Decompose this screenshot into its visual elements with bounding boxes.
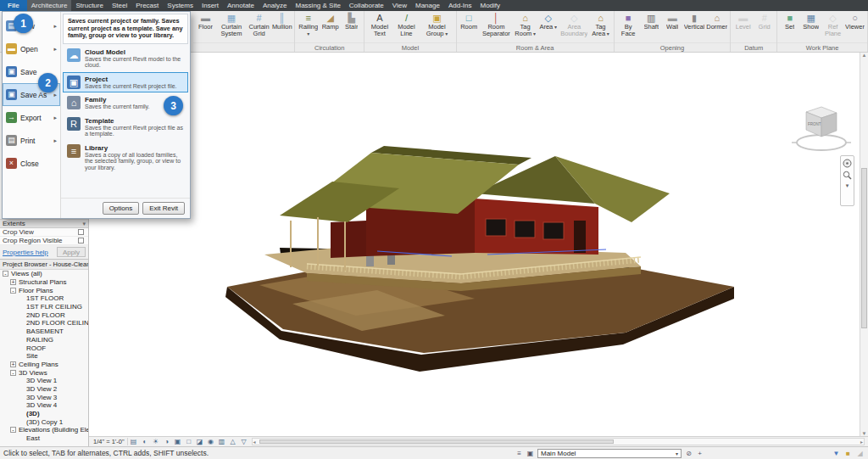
- tool-model-line[interactable]: /Model Line: [393, 12, 420, 42]
- tree-item-2nd-floor[interactable]: 2ND FLOOR: [0, 311, 88, 319]
- tree-item-structural-plans[interactable]: +Structural Plans: [0, 278, 88, 287]
- tab-massing-site[interactable]: Massing & Site: [291, 0, 344, 11]
- save-as-option-project[interactable]: ▣ProjectSaves the current Revit project …: [63, 72, 188, 93]
- view-scale[interactable]: 1/4" = 1'-0": [91, 438, 128, 445]
- tool-area-boundary[interactable]: ◇Area Boundary: [559, 12, 589, 42]
- file-menu-item-export[interactable]: →Export▸: [3, 106, 60, 129]
- file-menu-item-close[interactable]: ×Close: [3, 152, 60, 175]
- tool-stair[interactable]: ▙Stair: [341, 12, 362, 42]
- tree-item-roof[interactable]: ROOF: [0, 344, 88, 352]
- main-model-dropdown[interactable]: Main Model ▾: [537, 449, 682, 458]
- tab-steel[interactable]: Steel: [108, 0, 131, 11]
- save-as-option-template[interactable]: RTemplateSaves the current Revit project…: [63, 114, 188, 141]
- scroll-up-icon[interactable]: ▲: [862, 53, 867, 58]
- tab-collaborate[interactable]: Collaborate: [345, 0, 388, 11]
- crop-view-icon[interactable]: ▣: [173, 438, 183, 446]
- tool-tag-area[interactable]: ⌂Tag Area ▾: [589, 12, 611, 42]
- sun-path-icon[interactable]: ☀: [151, 438, 161, 446]
- tab-view[interactable]: View: [388, 0, 411, 11]
- tree-item-floor-plans[interactable]: -Floor Plans: [0, 286, 88, 294]
- tool-viewer[interactable]: ○Viewer: [844, 12, 865, 42]
- tool-set[interactable]: ■Set: [779, 12, 800, 42]
- tree-item-east[interactable]: East: [0, 434, 88, 443]
- navigation-bar[interactable]: ▾: [840, 155, 854, 206]
- navigation-wheel-icon[interactable]: [843, 159, 852, 168]
- tab-annotate[interactable]: Annotate: [223, 0, 259, 11]
- apply-button[interactable]: Apply: [57, 247, 86, 257]
- selection-toggle-icon[interactable]: ■: [843, 449, 853, 458]
- tab-architecture[interactable]: Architecture: [27, 0, 72, 11]
- navbar-more-icon[interactable]: ▾: [846, 182, 849, 189]
- expand-icon[interactable]: +: [10, 279, 16, 285]
- tab-analyze[interactable]: Analyze: [259, 0, 291, 11]
- tree-item-1st-floor[interactable]: 1ST FLOOR: [0, 294, 88, 303]
- tree-item-elevations-building-eleva[interactable]: -Elevations (Building Eleva: [0, 426, 88, 434]
- tree-item-3d-view-1[interactable]: 3D View 1: [0, 377, 88, 385]
- worksets-icon[interactable]: ≡: [515, 449, 524, 458]
- tree-item-3d-copy-1[interactable]: (3D) Copy 1: [0, 417, 88, 426]
- tool-model-group[interactable]: ▣Model Group ▾: [420, 12, 453, 42]
- file-menu-item-print[interactable]: ▤Print▸: [3, 129, 60, 152]
- expand-icon[interactable]: +: [10, 361, 16, 367]
- temporary-view-properties-icon[interactable]: ▥: [217, 438, 227, 446]
- tree-item-3d-view-2[interactable]: 3D View 2: [0, 385, 88, 394]
- design-options-icon[interactable]: ▣: [526, 449, 535, 458]
- collapse-icon[interactable]: -: [10, 427, 16, 433]
- view-cube[interactable]: FRONT: [788, 98, 854, 161]
- collapse-icon[interactable]: -: [3, 271, 8, 277]
- options-button[interactable]: Options: [103, 202, 140, 215]
- visual-style-icon[interactable]: ◐: [140, 438, 150, 446]
- tree-item-1st-flr-ceiling[interactable]: 1ST FLR CEILING: [0, 303, 88, 311]
- press-drag-icon[interactable]: +: [695, 449, 704, 458]
- tree-item-2nd-floor-ceiling[interactable]: 2ND FLOOR CEILING: [0, 319, 88, 327]
- tree-item-3d-view-4[interactable]: 3D View 4: [0, 401, 88, 410]
- tool-tag-room[interactable]: ⌂Tag Room ▾: [513, 12, 537, 42]
- horizontal-scroll-thumb[interactable]: [259, 439, 614, 444]
- tool-curtain-system[interactable]: ▦Curtain System: [216, 12, 247, 42]
- tab-structure[interactable]: Structure: [71, 0, 107, 11]
- file-menu-item-open[interactable]: ▬Open▸: [3, 37, 60, 60]
- temporary-hide-isolate-icon[interactable]: ◪: [195, 438, 205, 446]
- scroll-left-icon[interactable]: ◂: [253, 439, 256, 445]
- scroll-right-icon[interactable]: ▸: [860, 439, 863, 445]
- filter-icon[interactable]: ▼: [832, 449, 841, 458]
- vertical-scroll-thumb[interactable]: [861, 168, 867, 329]
- vertical-scrollbar[interactable]: ▲ ▼: [860, 53, 868, 436]
- tool-room[interactable]: □Room: [459, 12, 480, 42]
- horizontal-scrollbar[interactable]: ◂ ▸: [252, 438, 865, 445]
- drawing-area[interactable]: FRONT ▾: [89, 53, 860, 436]
- property-row-crop-region-visible[interactable]: Crop Region Visible: [0, 237, 88, 245]
- resize-grip-icon[interactable]: ◢: [855, 449, 865, 458]
- reveal-constraints-icon[interactable]: ▽: [239, 438, 249, 446]
- collapse-icon[interactable]: -: [10, 288, 16, 294]
- save-as-option-library[interactable]: ≡LibrarySaves a copy of all loaded famil…: [63, 141, 188, 175]
- tab-add-ins[interactable]: Add-Ins: [444, 0, 476, 11]
- tool-room-separator[interactable]: │Room Separator: [480, 12, 513, 42]
- tree-item-basement[interactable]: BASEMENT: [0, 327, 88, 336]
- tree-item-views-all[interactable]: -Views (all): [0, 270, 88, 278]
- show-analytical-model-icon[interactable]: △: [228, 438, 238, 446]
- tab-precast[interactable]: Precast: [131, 0, 163, 11]
- tool-mullion[interactable]: ║Mullion: [271, 12, 292, 42]
- tool-show[interactable]: ▦Show: [800, 12, 821, 42]
- tool-floor[interactable]: ▬Floor: [195, 12, 216, 42]
- tool-by-face[interactable]: ■By Face: [616, 12, 641, 42]
- tool-dormer[interactable]: ⌂Dormer: [705, 12, 728, 42]
- tree-item-site[interactable]: Site: [0, 352, 88, 361]
- tool-shaft[interactable]: ▥Shaft: [641, 12, 662, 42]
- tree-item-3d[interactable]: (3D): [0, 410, 88, 418]
- tool-ramp[interactable]: ◢Ramp: [320, 12, 341, 42]
- tree-item-ceiling-plans[interactable]: +Ceiling Plans: [0, 361, 88, 369]
- tool-curtain-grid[interactable]: #Curtain Grid: [247, 12, 271, 42]
- detail-level-icon[interactable]: ▤: [129, 438, 139, 446]
- tree-item-railing[interactable]: RAILING: [0, 336, 88, 344]
- show-crop-region-icon[interactable]: □: [184, 438, 194, 446]
- tab-modify[interactable]: Modify: [476, 0, 504, 11]
- exclude-options-icon[interactable]: ⊘: [684, 449, 693, 458]
- property-row-crop-view[interactable]: Crop View: [0, 228, 88, 237]
- tool-vertical[interactable]: ▮Vertical: [683, 12, 706, 42]
- tab-manage[interactable]: Manage: [411, 0, 444, 11]
- tool-model-text[interactable]: AModel Text: [366, 12, 392, 42]
- save-as-option-cloud-model[interactable]: ☁Cloud ModelSaves the current Revit mode…: [63, 45, 188, 72]
- project-browser-header[interactable]: Project Browser - House-Cleaned ×: [0, 260, 88, 270]
